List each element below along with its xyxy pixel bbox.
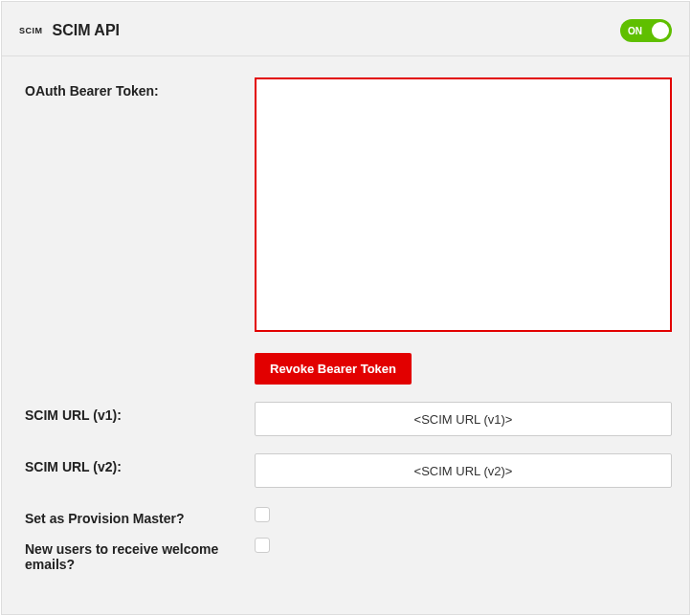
scim-url-v1-input[interactable] (255, 402, 672, 436)
row-scim-url-v1: SCIM URL (v1): (25, 402, 672, 436)
label-welcome-emails: New users to receive welcome emails? (25, 536, 255, 572)
label-scim-url-v1: SCIM URL (v1): (25, 402, 255, 423)
row-welcome-emails: New users to receive welcome emails? (25, 536, 672, 572)
provision-master-checkbox[interactable] (255, 507, 270, 522)
control-bearer-token: Revoke Bearer Token (255, 77, 672, 385)
toggle-label: ON (628, 26, 642, 36)
panel-title: SCIM API (53, 22, 121, 39)
scim-icon: SCIM (19, 26, 43, 35)
panel-body: OAuth Bearer Token: Revoke Bearer Token … (2, 56, 689, 599)
label-bearer-token: OAuth Bearer Token: (25, 77, 255, 99)
label-scim-url-v2: SCIM URL (v2): (25, 453, 255, 474)
row-scim-url-v2: SCIM URL (v2): (25, 453, 672, 488)
row-provision-master: Set as Provision Master? (25, 505, 672, 526)
welcome-emails-checkbox[interactable] (255, 538, 270, 553)
bearer-token-input[interactable] (255, 77, 672, 332)
scim-api-toggle[interactable]: ON (620, 19, 672, 42)
row-bearer-token: OAuth Bearer Token: Revoke Bearer Token (25, 77, 672, 385)
label-provision-master: Set as Provision Master? (25, 505, 255, 526)
scim-api-panel: SCIM SCIM API ON OAuth Bearer Token: Rev… (1, 1, 690, 615)
scim-url-v2-input[interactable] (255, 453, 672, 488)
toggle-knob (652, 22, 669, 39)
panel-header: SCIM SCIM API ON (2, 2, 689, 56)
revoke-bearer-token-button[interactable]: Revoke Bearer Token (255, 353, 412, 385)
header-left: SCIM SCIM API (19, 22, 120, 39)
